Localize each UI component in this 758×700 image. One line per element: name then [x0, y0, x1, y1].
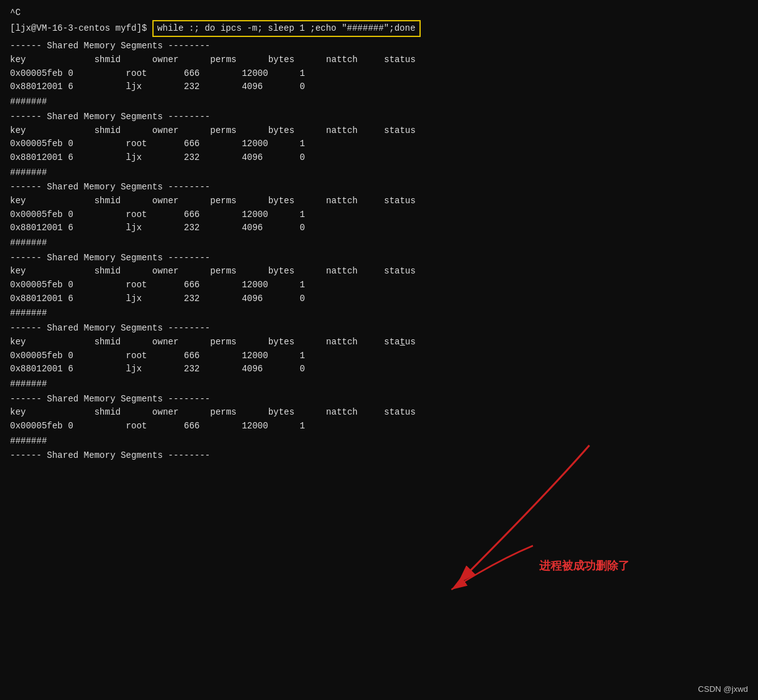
hash-separator: #######	[10, 236, 748, 250]
header-row: key shmid owner perms bytes nattch statu…	[10, 336, 748, 349]
data-row: 0x88012001 6 ljx 232 4096 0	[10, 292, 748, 306]
divider: ------ Shared Memory Segments --------	[10, 181, 748, 194]
section-5: ------ Shared Memory Segments -------- k…	[10, 322, 748, 376]
hash-separator: #######	[10, 166, 748, 180]
ctrl-c-line: ^C	[10, 6, 748, 20]
section-4: ------ Shared Memory Segments -------- k…	[10, 252, 748, 306]
hash-separator: #######	[10, 307, 748, 321]
data-row: 0x88012001 6 ljx 232 4096 0	[10, 80, 748, 94]
data-row: 0x00005feb 0 root 666 12000 1	[10, 420, 748, 433]
prompt: [ljx@VM-16-3-centos myfd]	[10, 22, 142, 36]
prompt-symbol: $	[142, 22, 152, 36]
hash-separator: #######	[10, 95, 748, 109]
terminal: ^C [ljx@VM-16-3-centos myfd] $ while :; …	[0, 0, 758, 470]
data-row: 0x00005feb 0 root 666 12000 1	[10, 67, 748, 81]
section-6: ------ Shared Memory Segments -------- k…	[10, 393, 748, 433]
data-row: 0x00005feb 0 root 666 12000 1	[10, 208, 748, 222]
data-row: 0x88012001 6 ljx 232 4096 0	[10, 151, 748, 165]
section-1: ------ Shared Memory Segments -------- k…	[10, 40, 748, 94]
data-row: 0x00005feb 0 root 666 12000 1	[10, 137, 748, 151]
csdn-watermark: CSDN @jxwd	[698, 684, 748, 694]
header-row: key shmid owner perms bytes nattch statu…	[10, 265, 748, 278]
header-row: key shmid owner perms bytes nattch statu…	[10, 53, 748, 67]
hash-separator: #######	[10, 378, 748, 391]
divider: ------ Shared Memory Segments --------	[10, 40, 748, 53]
section-7: ------ Shared Memory Segments --------	[10, 449, 748, 463]
section-2: ------ Shared Memory Segments -------- k…	[10, 110, 748, 165]
annotation-text: 进程被成功删除了	[539, 558, 629, 573]
hash-separator: #######	[10, 435, 748, 448]
header-row: key shmid owner perms bytes nattch statu…	[10, 124, 748, 138]
command-line: [ljx@VM-16-3-centos myfd] $ while :; do …	[10, 20, 748, 38]
header-row: key shmid owner perms bytes nattch statu…	[10, 406, 748, 420]
data-row: 0x88012001 6 ljx 232 4096 0	[10, 363, 748, 376]
data-row: 0x00005feb 0 root 666 12000 1	[10, 278, 748, 292]
section-3: ------ Shared Memory Segments -------- k…	[10, 181, 748, 235]
header-row: key shmid owner perms bytes nattch statu…	[10, 194, 748, 208]
command-box: while :; do ipcs -m; sleep 1 ;echo "####…	[152, 20, 421, 38]
divider: ------ Shared Memory Segments --------	[10, 252, 748, 265]
divider: ------ Shared Memory Segments --------	[10, 449, 748, 463]
divider: ------ Shared Memory Segments --------	[10, 322, 748, 336]
divider: ------ Shared Memory Segments --------	[10, 393, 748, 406]
data-row: 0x00005feb 0 root 666 12000 1	[10, 349, 748, 363]
divider: ------ Shared Memory Segments --------	[10, 110, 748, 124]
data-row: 0x88012001 6 ljx 232 4096 0	[10, 221, 748, 235]
